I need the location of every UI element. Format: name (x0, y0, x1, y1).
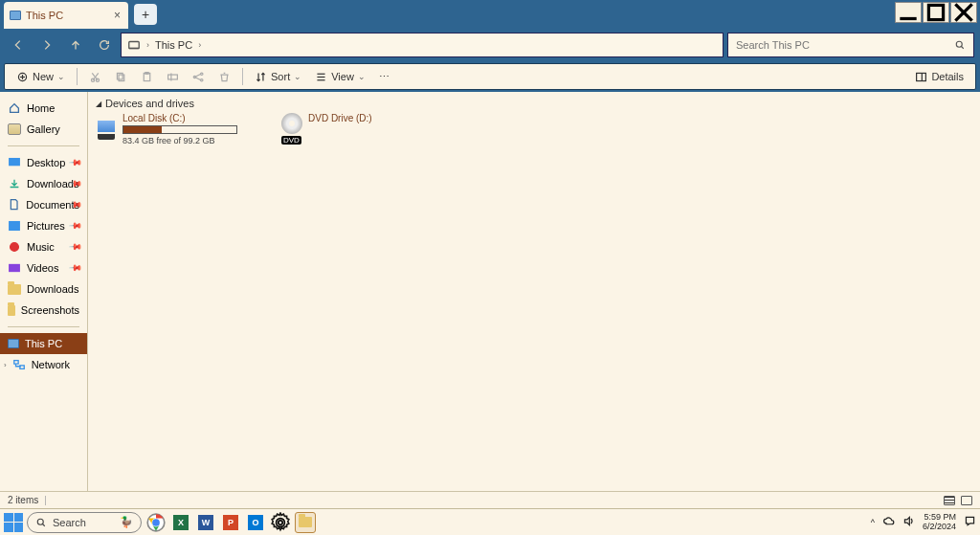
main-content: ◢ Devices and drives Local Disk (C:) 83.… (88, 92, 980, 491)
svg-rect-29 (10, 159, 20, 166)
pictures-icon (8, 219, 21, 233)
taskbar-search[interactable]: Search 🦆 (27, 512, 142, 533)
desktop-icon (8, 156, 21, 169)
taskbar-excel[interactable]: X (170, 512, 191, 533)
address-location: This PC (155, 39, 192, 51)
svg-point-22 (201, 78, 203, 80)
view-button[interactable]: View⌄ (309, 66, 371, 87)
drive-dvd-d[interactable]: DVD DVD Drive (D:) (281, 113, 444, 145)
videos-icon (8, 261, 21, 275)
sidebar-home[interactable]: Home (0, 98, 87, 119)
download-icon (8, 177, 21, 190)
item-count: 2 items (8, 495, 38, 505)
sidebar-pictures[interactable]: Pictures📌 (0, 215, 87, 236)
taskbar-chrome[interactable] (145, 512, 167, 533)
close-button[interactable] (950, 2, 977, 23)
sidebar-music[interactable]: Music📌 (0, 236, 87, 257)
pin-icon: 📌 (69, 156, 83, 170)
details-view-toggle[interactable] (944, 496, 955, 505)
sidebar-this-pc[interactable]: This PC (0, 333, 87, 354)
sidebar: Home Gallery Desktop📌 Downloads📌 Documen… (0, 92, 88, 491)
new-tab-button[interactable]: + (134, 4, 157, 25)
tray-volume-icon[interactable] (902, 515, 915, 529)
svg-rect-33 (13, 361, 17, 365)
more-button[interactable]: ⋯ (373, 66, 395, 87)
sidebar-gallery[interactable]: Gallery (0, 119, 87, 140)
svg-rect-15 (119, 75, 124, 81)
tray-notifications-icon[interactable] (964, 515, 976, 529)
group-header[interactable]: ◢ Devices and drives (96, 98, 972, 109)
rename-button[interactable] (161, 66, 185, 87)
taskbar-word[interactable]: W (195, 512, 216, 533)
folder-icon (299, 517, 312, 527)
up-button[interactable] (63, 33, 88, 57)
taskbar-powerpoint[interactable]: P (220, 512, 241, 533)
forward-button[interactable] (34, 33, 59, 57)
svg-rect-30 (10, 222, 20, 231)
back-button[interactable] (6, 33, 31, 57)
sidebar-downloads[interactable]: Downloads📌 (0, 173, 87, 194)
pc-icon (10, 11, 21, 20)
drive-name: Local Disk (C:) (122, 113, 237, 123)
capacity-bar (122, 125, 237, 134)
svg-rect-4 (129, 42, 140, 49)
sidebar-downloads-folder[interactable]: Downloads (0, 279, 87, 300)
chevron-right-icon: › (146, 40, 149, 50)
svg-point-6 (956, 41, 962, 47)
share-button[interactable] (187, 66, 211, 87)
delete-button[interactable] (212, 66, 236, 87)
sidebar-screenshots[interactable]: Screenshots (0, 300, 87, 321)
sidebar-network[interactable]: ›Network (0, 354, 87, 375)
taskbar-outlook[interactable]: O (245, 512, 266, 533)
svg-line-7 (962, 47, 964, 49)
folder-icon (8, 305, 15, 316)
tab-close-button[interactable]: × (114, 9, 121, 22)
svg-point-31 (11, 243, 19, 252)
svg-point-21 (201, 73, 203, 75)
drive-name: DVD Drive (D:) (308, 113, 372, 145)
search-box[interactable] (727, 33, 974, 57)
refresh-button[interactable] (92, 33, 117, 57)
svg-rect-19 (168, 75, 178, 79)
tray-clock[interactable]: 5:59 PM 6/2/2024 (923, 513, 956, 532)
window-tab[interactable]: This PC × (4, 2, 128, 29)
details-pane-button[interactable]: Details (909, 66, 969, 87)
system-tray: ^ 5:59 PM 6/2/2024 (871, 513, 976, 532)
sidebar-documents[interactable]: Documents📌 (0, 194, 87, 215)
paste-button[interactable] (135, 66, 159, 87)
maximize-button[interactable] (923, 2, 949, 23)
collapse-icon: ◢ (96, 100, 101, 108)
svg-point-38 (152, 519, 160, 526)
copy-button[interactable] (109, 66, 133, 87)
start-button[interactable] (4, 513, 23, 532)
tiles-view-toggle[interactable] (961, 496, 972, 505)
pin-icon: 📌 (69, 240, 83, 255)
drive-local-c[interactable]: Local Disk (C:) 83.4 GB free of 99.2 GB (96, 113, 258, 145)
cut-button[interactable] (83, 66, 107, 87)
network-icon (12, 358, 26, 371)
search-input[interactable] (736, 39, 954, 51)
chevron-right-icon: › (4, 361, 7, 369)
svg-rect-16 (117, 73, 122, 79)
taskbar-explorer[interactable] (295, 512, 316, 533)
document-icon (8, 198, 20, 212)
sidebar-desktop[interactable]: Desktop📌 (0, 152, 87, 173)
status-bar: 2 items | (0, 491, 980, 508)
new-button[interactable]: New ⌄ (11, 66, 71, 87)
tab-title: This PC (26, 10, 63, 21)
nav-bar: › This PC › (0, 29, 980, 61)
address-bar[interactable]: › This PC › (121, 33, 724, 57)
pc-icon (8, 339, 19, 348)
tray-chevron-icon[interactable]: ^ (871, 518, 875, 527)
tray-cloud-icon[interactable] (882, 515, 895, 529)
sort-button[interactable]: Sort⌄ (249, 66, 307, 87)
command-bar: New ⌄ Sort⌄ View⌄ ⋯ Details (4, 63, 976, 90)
home-icon (8, 101, 21, 115)
minimize-button[interactable] (895, 2, 922, 23)
folder-icon (8, 284, 21, 295)
svg-rect-27 (917, 73, 926, 80)
drive-icon (96, 113, 117, 140)
taskbar-settings[interactable] (270, 512, 291, 533)
drive-free-text: 83.4 GB free of 99.2 GB (122, 136, 237, 145)
sidebar-videos[interactable]: Videos📌 (0, 257, 87, 279)
